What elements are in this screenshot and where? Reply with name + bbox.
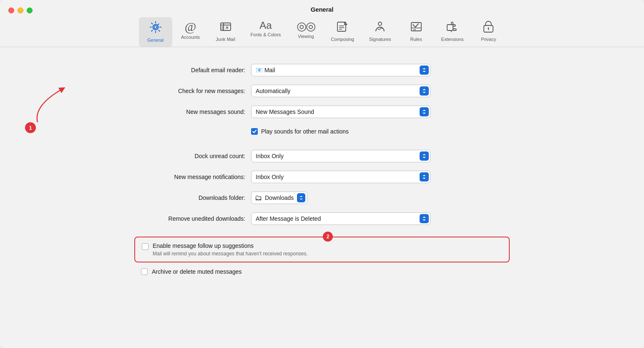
svg-text:✕: ✕ (225, 25, 229, 30)
tab-viewing[interactable]: ◎◎ Viewing (289, 17, 322, 43)
default-email-reader-select[interactable]: 📧 Mail (251, 64, 430, 76)
tab-extensions-label: Extensions (441, 37, 464, 42)
dock-unread-count-label: Dock unread count: (134, 153, 251, 159)
dock-unread-count-control: Inbox Only (251, 150, 510, 162)
junk-mail-icon: ✕ (219, 20, 232, 35)
tab-general-label: General (147, 38, 164, 43)
check-messages-select[interactable]: Automatically (251, 85, 430, 97)
archive-or-delete-label: Archive or delete muted messages (152, 268, 242, 275)
close-button[interactable] (8, 8, 14, 13)
downloads-folder-chevron[interactable] (297, 193, 305, 202)
privacy-icon (482, 20, 495, 35)
fonts-colors-icon: Aa (259, 20, 272, 30)
spacer-1 (134, 141, 510, 146)
tab-extensions[interactable]: Extensions (435, 17, 470, 46)
new-messages-sound-select-wrapper[interactable]: New Messages Sound (251, 106, 430, 118)
viewing-icon: ◎◎ (297, 20, 315, 32)
dock-unread-count-row: Dock unread count: Inbox Only (134, 146, 510, 166)
tab-junk-mail[interactable]: ✕ Junk Mail (209, 17, 242, 46)
badge-2: 2 (323, 232, 333, 242)
svg-point-20 (488, 28, 489, 29)
badge-1: 1 (25, 122, 36, 133)
new-messages-sound-label: New messages sound: (134, 108, 251, 115)
svg-rect-17 (447, 25, 453, 30)
play-sounds-checkbox[interactable] (251, 128, 258, 135)
dock-unread-count-select-wrapper[interactable]: Inbox Only (251, 150, 430, 162)
new-messages-sound-row: New messages sound: New Messages Sound (134, 101, 510, 122)
tab-rules[interactable]: Rules (400, 17, 433, 46)
new-message-notifications-control: Inbox Only (251, 171, 510, 183)
tab-composing[interactable]: Composing (324, 17, 361, 46)
downloads-folder-select[interactable]: 🗂 Downloads (251, 192, 307, 204)
tab-accounts[interactable]: @ Accounts (174, 17, 207, 44)
play-sounds-label: Play sounds for other mail actions (261, 128, 349, 135)
new-message-notifications-row: New message notifications: Inbox Only (134, 166, 510, 187)
default-email-reader-label: Default email reader: (134, 67, 251, 73)
general-icon (149, 20, 162, 36)
default-email-reader-control: 📧 Mail (251, 64, 510, 76)
default-email-reader-row: Default email reader: 📧 Mail (134, 60, 510, 81)
composing-icon (336, 20, 349, 35)
svg-point-0 (154, 26, 157, 29)
content-area: 1 Default email reader: 📧 Mai (0, 47, 644, 348)
spacer-2 (134, 229, 510, 232)
settings-grid: Default email reader: 📧 Mail (134, 60, 510, 278)
window-title: General (311, 6, 333, 13)
tab-rules-label: Rules (410, 37, 422, 42)
svg-point-13 (378, 22, 382, 25)
tab-signatures[interactable]: Signatures (362, 17, 398, 46)
default-email-reader-select-wrapper[interactable]: 📧 Mail (251, 64, 430, 76)
tab-fonts-colors[interactable]: Aa Fonts & Colors (244, 17, 288, 41)
check-messages-select-wrapper[interactable]: Automatically (251, 85, 430, 97)
tab-junk-mail-label: Junk Mail (216, 37, 235, 42)
toolbar: General @ Accounts ✕ Junk Mail (0, 13, 644, 47)
tab-privacy[interactable]: Privacy (472, 17, 505, 46)
tab-fonts-colors-label: Fonts & Colors (251, 32, 281, 37)
new-message-notifications-label: New message notifications: (134, 174, 251, 180)
downloads-folder-label: Downloads folder: (134, 194, 251, 201)
maximize-button[interactable] (27, 8, 33, 13)
enable-follow-up-checkbox[interactable] (142, 243, 148, 250)
remove-unedited-downloads-select-wrapper[interactable]: After Message is Deleted (251, 212, 430, 225)
minimize-button[interactable] (18, 8, 23, 13)
arrow-svg (29, 81, 83, 126)
remove-unedited-downloads-select[interactable]: After Message is Deleted (251, 212, 430, 225)
signatures-icon (374, 20, 386, 35)
remove-unedited-downloads-label: Remove unedited downloads: (134, 215, 251, 222)
tab-signatures-label: Signatures (369, 37, 391, 42)
tab-viewing-label: Viewing (298, 34, 314, 39)
play-sounds-control: Play sounds for other mail actions (251, 128, 510, 135)
downloads-folder-icon: 🗂 (255, 194, 262, 202)
title-bar: General (0, 0, 644, 13)
check-messages-control: Automatically (251, 85, 510, 97)
play-sounds-checkbox-row: Play sounds for other mail actions (251, 128, 349, 135)
tab-privacy-label: Privacy (481, 37, 496, 42)
enable-follow-up-title: Enable message follow up suggestions (153, 242, 308, 249)
tab-accounts-label: Accounts (181, 35, 200, 40)
play-sounds-row: Play sounds for other mail actions (134, 122, 510, 141)
downloads-folder-control: 🗂 Downloads (251, 192, 510, 204)
new-message-notifications-select-wrapper[interactable]: Inbox Only (251, 171, 430, 183)
downloads-folder-value: Downloads (265, 194, 294, 201)
archive-row: Archive or delete muted messages (134, 265, 510, 278)
window: General General @ Accounts (0, 0, 644, 348)
new-message-notifications-select[interactable]: Inbox Only (251, 171, 430, 183)
enable-follow-up-sub: Mail will remind you about messages that… (153, 251, 308, 257)
enable-follow-up-text: Enable message follow up suggestions Mai… (153, 242, 308, 257)
accounts-icon: @ (185, 20, 196, 33)
extensions-icon (446, 20, 458, 35)
enable-follow-up-box: 2 Enable message follow up suggestions M… (134, 237, 510, 262)
new-messages-sound-control: New Messages Sound (251, 106, 510, 118)
annotation-1: 1 (25, 122, 36, 133)
dock-unread-count-select[interactable]: Inbox Only (251, 150, 430, 162)
check-messages-label: Check for new messages: (134, 88, 251, 94)
downloads-folder-row: Downloads folder: 🗂 Downloads (134, 187, 510, 208)
new-messages-sound-select[interactable]: New Messages Sound (251, 106, 430, 118)
traffic-lights (8, 8, 33, 13)
remove-unedited-downloads-control: After Message is Deleted (251, 212, 510, 225)
archive-or-delete-checkbox[interactable] (141, 268, 148, 275)
check-messages-row: Check for new messages: Automatically (134, 81, 510, 101)
remove-unedited-downloads-row: Remove unedited downloads: After Message… (134, 208, 510, 229)
rules-icon (410, 20, 423, 35)
tab-general[interactable]: General (139, 17, 172, 47)
